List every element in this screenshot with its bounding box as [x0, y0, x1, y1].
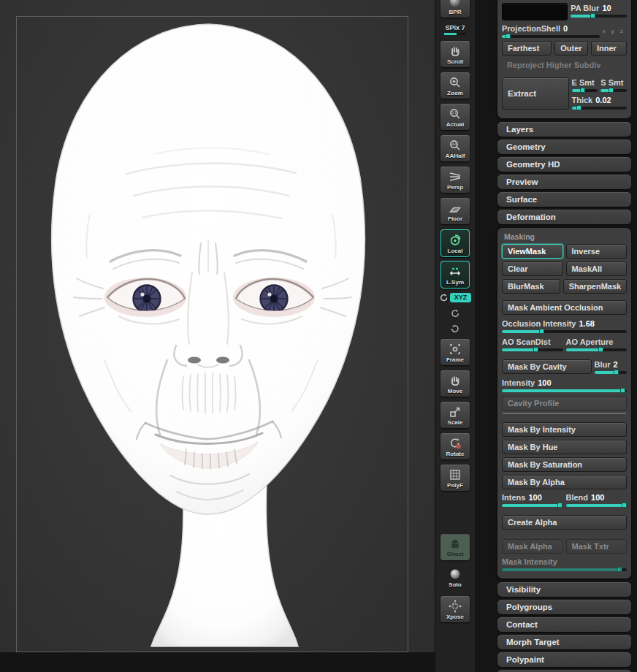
bpr-button[interactable]: BPR: [440, 0, 470, 18]
aahalf-button[interactable]: AA AAHalf: [440, 135, 470, 161]
xpose-button[interactable]: Xpose: [440, 596, 470, 622]
palette-polygroups[interactable]: Polygroups: [497, 600, 631, 614]
palette-morph-target[interactable]: Morph Target: [497, 635, 631, 649]
rotate-lock-icon: [448, 436, 462, 451]
sharpenmask-button[interactable]: SharpenMask: [563, 279, 627, 294]
mask-by-intensity-button[interactable]: Mask By Intensity: [502, 422, 627, 437]
viewport-canvas[interactable]: [0, 0, 435, 672]
polyf-button[interactable]: PolyF: [440, 465, 470, 491]
spix-slider[interactable]: SPix 7: [440, 23, 470, 37]
hand-icon: [448, 44, 462, 58]
perspective-lines-icon: [448, 169, 462, 184]
blend-slider[interactable]: Blend100: [566, 492, 628, 507]
xyz-label: XYZ: [450, 293, 472, 302]
projection-shell-slider[interactable]: ProjectionShell0: [502, 23, 600, 38]
palette-contact[interactable]: Contact: [497, 617, 631, 632]
mask-txtr-button: Mask Txtr: [566, 539, 628, 554]
right-tray: PA Blur10 ProjectionShell0 x y z Farthes…: [475, 0, 637, 672]
inverse-button[interactable]: Inverse: [566, 244, 628, 259]
actual-button[interactable]: 1:1 Actual: [440, 104, 470, 130]
inner-button[interactable]: Inner: [591, 41, 627, 56]
zoom-button[interactable]: Zoom: [440, 72, 470, 99]
e-smt-slider[interactable]: E Smt: [572, 77, 598, 92]
scale-button[interactable]: Scale: [440, 402, 470, 428]
rotate-button[interactable]: Rotate: [440, 433, 470, 459]
zoom-magnifier-icon: [448, 75, 462, 90]
cavity-profile-curve: Cavity Profile: [502, 396, 627, 414]
farthest-button[interactable]: Farthest: [502, 41, 552, 56]
extract-button[interactable]: Extract: [502, 77, 569, 110]
mask-by-alpha-button[interactable]: Mask By Alpha: [502, 475, 627, 489]
palette-polypaint[interactable]: Polypaint: [497, 652, 631, 667]
right-shelf: BPR SPix 7 Scroll Zoom 1:1 Actual AA AAH…: [435, 0, 475, 672]
spin-arrow-icon: [450, 308, 460, 318]
mask-ambient-occlusion-button[interactable]: Mask Ambient Occlusion: [502, 300, 627, 315]
maskall-button[interactable]: MaskAll: [566, 261, 628, 276]
palette-surface[interactable]: Surface: [497, 192, 631, 207]
bpr-label: BPR: [449, 9, 462, 15]
ao-aperture-slider[interactable]: AO Aperture: [566, 337, 628, 351]
blurmask-button[interactable]: BlurMask: [502, 279, 560, 294]
solo-sphere-icon: [449, 568, 462, 581]
local-button[interactable]: Local: [440, 229, 470, 257]
masking-panel-title[interactable]: Masking: [504, 232, 627, 241]
expand-arrows-icon: [448, 599, 462, 614]
mask-alpha-button: Mask Alpha: [502, 539, 563, 554]
rotation-axis-icon: [439, 293, 449, 302]
frame-brackets-icon: [448, 342, 462, 356]
actual-size-magnifier-icon: 1:1: [448, 107, 462, 121]
polyframe-grid-icon: [448, 467, 462, 482]
svg-text:1:1: 1:1: [451, 111, 457, 115]
masking-panel: Masking ViewMask Inverse Clear MaskAll B…: [497, 228, 631, 579]
palette-preview[interactable]: Preview: [497, 175, 631, 189]
frame-button[interactable]: Frame: [440, 339, 470, 365]
mask-by-hue-button[interactable]: Mask By Hue: [502, 440, 627, 454]
ghost-button[interactable]: Ghost: [440, 534, 470, 560]
outer-button[interactable]: Outer: [554, 41, 588, 56]
spin-axis-y-button[interactable]: [440, 308, 470, 318]
svg-text:AA: AA: [452, 142, 457, 146]
viewmask-button[interactable]: ViewMask: [502, 244, 563, 259]
floor-grid-icon: [448, 201, 462, 215]
palette-visibility[interactable]: Visibility: [497, 582, 631, 597]
panel-widget-icons: x y z: [603, 28, 627, 34]
cavity-intensity-slider[interactable]: Intensity100: [502, 378, 627, 392]
lsym-button[interactable]: L.Sym: [440, 261, 470, 289]
create-alpha-button[interactable]: Create Alpha: [502, 515, 627, 530]
canvas-lower-strip: [0, 652, 435, 672]
sculpt-head-model[interactable]: [17, 17, 408, 652]
mask-by-saturation-button[interactable]: Mask By Saturation: [502, 457, 627, 472]
hand-icon: [448, 373, 462, 388]
ao-scandist-slider[interactable]: AO ScanDist: [502, 337, 563, 351]
projectall-button[interactable]: [502, 3, 568, 20]
ghost-icon: [449, 538, 462, 551]
thick-slider[interactable]: Thick0.02: [572, 95, 628, 110]
scale-arrow-icon: [448, 405, 462, 419]
spin-arrow-icon: [450, 324, 460, 334]
cavity-blur-slider[interactable]: Blur2: [595, 359, 627, 374]
mask-by-cavity-button[interactable]: Mask By Cavity: [502, 359, 592, 374]
document-frame[interactable]: [16, 16, 408, 652]
subtool-panel: PA Blur10 ProjectionShell0 x y z Farthes…: [497, 0, 631, 118]
palette-geometry[interactable]: Geometry: [497, 140, 631, 154]
pa-blur-slider[interactable]: PA Blur10: [571, 3, 627, 18]
floor-button[interactable]: Floor: [440, 198, 470, 224]
scroll-button[interactable]: Scroll: [440, 41, 470, 67]
s-smt-slider[interactable]: S Smt: [600, 77, 627, 92]
intens-slider[interactable]: Intens100: [502, 492, 563, 507]
spix-value: 7: [462, 24, 465, 31]
palette-deformation[interactable]: Deformation: [497, 210, 631, 224]
spin-axis-z-button[interactable]: [440, 323, 470, 334]
xyz-axis-button[interactable]: XYZ: [440, 291, 470, 304]
persp-button[interactable]: Persp: [440, 167, 470, 193]
spix-track[interactable]: [444, 33, 466, 35]
solo-button[interactable]: Solo: [440, 565, 470, 590]
render-sphere-icon: [449, 0, 462, 9]
occlusion-intensity-slider[interactable]: Occlusion Intensity1.68: [502, 318, 627, 333]
move-button[interactable]: Move: [440, 370, 470, 397]
palette-geometry-hd[interactable]: Geometry HD: [497, 157, 631, 172]
local-symmetry-arrows-icon: [448, 264, 462, 279]
clear-button[interactable]: Clear: [502, 261, 563, 276]
palette-layers[interactable]: Layers: [497, 122, 631, 137]
local-pivot-icon: [448, 233, 462, 248]
